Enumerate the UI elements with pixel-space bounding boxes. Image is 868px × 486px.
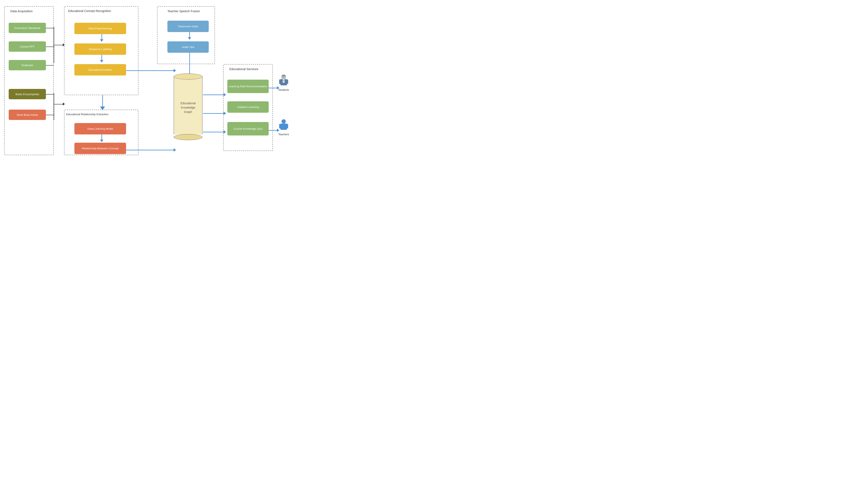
students-person: Students <box>278 75 289 91</box>
cylinder-bottom <box>174 134 203 140</box>
sequence-labeling-box: Sequence Labeling <box>74 44 126 55</box>
adaptive-learning-box: Adaptive Learning <box>227 101 269 113</box>
h-line-5 <box>46 115 54 115</box>
teachers-person: Teachers <box>278 119 289 136</box>
mid-h-line-top <box>54 45 64 45</box>
teacher-icon <box>278 119 289 132</box>
arrow-preprocess-to-label <box>100 34 103 42</box>
h-line-2 <box>46 47 54 47</box>
students-label: Students <box>278 88 289 91</box>
svg-rect-11 <box>286 124 288 128</box>
svg-rect-7 <box>286 79 288 84</box>
svg-rect-6 <box>279 79 281 84</box>
arrow-concept-to-relation <box>100 95 105 110</box>
educational-services-label: Educational Services <box>229 67 258 71</box>
relationship-concept-box: Relationship Between Concept <box>74 143 126 154</box>
baidu-encyclopedia-box: Baidu Encyclopedia <box>9 89 46 99</box>
teacher-speech-label: Teacher Speech Fusion <box>167 9 200 13</box>
textbooks-box: Textbooks <box>9 60 46 70</box>
educational-entities-box: Educational Entities <box>74 64 126 76</box>
svg-rect-9 <box>280 124 287 130</box>
arrow-bottom-group <box>63 103 65 106</box>
learning-path-box: Learning Path Recommendation <box>227 80 269 93</box>
deep-learning-model-box: Deep Learning Model <box>74 123 126 135</box>
bottom-connector-v <box>54 93 54 120</box>
arrow-entities-to-kg <box>126 69 176 72</box>
course-ppt-box: Course PPT <box>9 41 46 52</box>
svg-rect-10 <box>279 124 281 128</box>
curriculum-standards-box: Curriculum Standards <box>9 23 46 33</box>
data-preprocessing-box: Data Preprocessing <box>74 23 126 34</box>
mid-h-line-bottom <box>54 104 64 105</box>
teacher-speech-box <box>157 6 215 64</box>
svg-point-8 <box>281 119 286 124</box>
arrow-label-to-entities <box>100 55 103 62</box>
cylinder-body: EducationalKnowledgeGraph <box>174 77 203 135</box>
arrow-audiotext-to-kg <box>188 53 191 76</box>
arrow-kg-to-services-top <box>203 93 226 96</box>
arrow-audio-to-text <box>188 32 191 40</box>
audio-text-box: Audio Text <box>167 41 209 53</box>
diagram: Data Acquisition Curriculum Standards Co… <box>0 0 289 162</box>
concept-recognition-label: Educational Concept Recognition <box>68 9 111 12</box>
h-line-1 <box>46 28 54 28</box>
svg-point-1 <box>282 75 286 77</box>
course-knowledge-quiz-box: Course Knowledge Quiz <box>227 122 269 136</box>
relationship-extraction-label: Educational Relationship Extraction <box>66 113 108 116</box>
arrow-kg-to-services-bot <box>203 130 226 134</box>
arrow-kg-to-services-mid <box>203 112 226 115</box>
student-icon <box>278 75 289 88</box>
cylinder-top <box>174 74 203 80</box>
knowledge-graph-cylinder: EducationalKnowledgeGraph <box>174 74 203 140</box>
arrow-dl-to-relation <box>100 135 103 142</box>
teachers-label: Teachers <box>278 133 289 136</box>
h-line-3 <box>46 65 54 65</box>
arrow-relation-to-kg <box>126 148 176 151</box>
data-acquisition-label: Data Acquisition <box>10 9 33 13</box>
short-book-article-box: Short Book Article <box>9 110 46 120</box>
h-line-4 <box>46 94 54 94</box>
classroom-audio-box: Classroom Audio <box>167 21 209 32</box>
